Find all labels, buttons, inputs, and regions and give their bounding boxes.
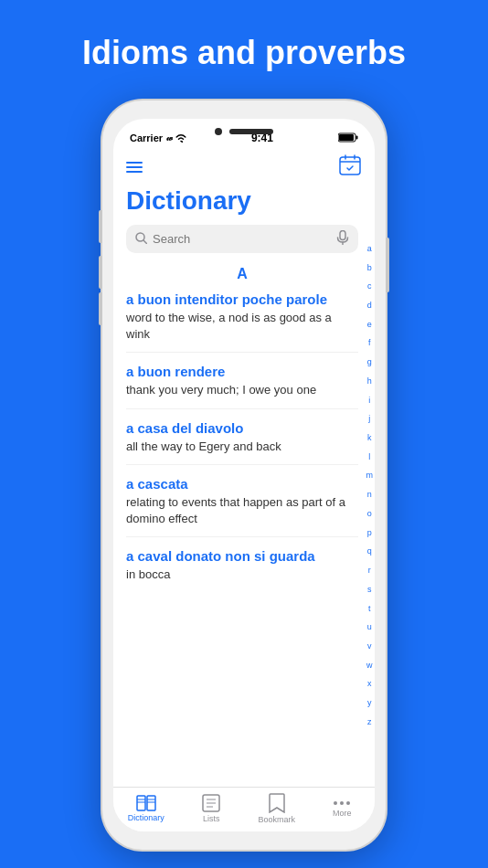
svg-point-22 <box>340 801 344 805</box>
tab-more[interactable]: More <box>310 799 376 818</box>
alpha-letter-f[interactable]: f <box>368 339 371 347</box>
mic-icon[interactable] <box>336 230 349 248</box>
search-icon <box>135 232 147 247</box>
lists-icon <box>202 794 220 812</box>
search-bar[interactable] <box>126 225 358 253</box>
svg-rect-12 <box>147 796 155 810</box>
alpha-letter-z[interactable]: z <box>367 718 372 726</box>
alpha-letter-r[interactable]: r <box>368 566 371 575</box>
list-item[interactable]: a buon rendere thank you very much; I ow… <box>126 364 358 408</box>
nav-bar <box>113 148 375 185</box>
list-item[interactable]: a casa del diavolo all the way to Egery … <box>126 420 358 465</box>
speaker <box>229 129 273 134</box>
entry-phrase: a buon intenditor poche parole <box>126 291 358 307</box>
dictionary-icon <box>136 795 156 811</box>
alpha-letter-m[interactable]: m <box>366 471 374 480</box>
alpha-letter-v[interactable]: v <box>367 642 372 651</box>
svg-point-21 <box>334 801 337 805</box>
alpha-letter-j[interactable]: j <box>368 415 370 423</box>
entry-definition: all the way to Egery and back <box>126 439 358 455</box>
wifi-icon: 𝓌 <box>166 132 186 143</box>
lists-label: Lists <box>203 814 220 823</box>
phone-screen: Carrier 𝓌 9:41 <box>113 119 375 831</box>
alpha-letter-e[interactable]: e <box>367 321 372 329</box>
bookmark-icon <box>269 793 285 813</box>
tab-bar: Dictionary Lists Bookmark More <box>113 787 375 831</box>
svg-rect-9 <box>340 231 345 240</box>
svg-rect-1 <box>355 135 357 139</box>
phone-shell: Carrier 𝓌 9:41 <box>102 101 386 850</box>
svg-rect-3 <box>340 157 360 175</box>
more-label: More <box>333 809 352 818</box>
content-scroll[interactable]: Dictionary <box>113 185 375 787</box>
alpha-letter-c[interactable]: c <box>367 282 372 291</box>
menu-icon[interactable] <box>126 162 143 173</box>
alpha-letter-b[interactable]: b <box>367 264 372 272</box>
alpha-letter-i[interactable]: i <box>368 397 370 405</box>
entry-phrase: a buon rendere <box>126 364 358 379</box>
alpha-letter-o[interactable]: o <box>367 510 372 518</box>
svg-line-8 <box>143 240 147 244</box>
alpha-letter-s[interactable]: s <box>367 586 372 594</box>
alpha-letter-t[interactable]: t <box>368 605 371 613</box>
entry-phrase: a cascata <box>126 476 358 492</box>
alpha-letter-g[interactable]: g <box>367 358 372 366</box>
alpha-letter-k[interactable]: k <box>367 434 372 442</box>
entry-definition: word to the wise, a nod is as good as a … <box>126 310 358 343</box>
tab-dictionary[interactable]: Dictionary <box>113 795 179 822</box>
alpha-letter-x[interactable]: x <box>367 680 372 688</box>
alpha-letter-y[interactable]: y <box>367 699 372 707</box>
alphabet-sidebar: abcdefghijklmnopqrstuvwxyz <box>366 239 374 732</box>
alpha-letter-u[interactable]: u <box>367 623 372 631</box>
bookmark-label: Bookmark <box>258 815 295 824</box>
alpha-letter-a[interactable]: a <box>367 245 372 253</box>
camera-icon <box>215 128 222 135</box>
dictionary-title: Dictionary <box>126 186 358 216</box>
dictionary-label: Dictionary <box>128 813 164 822</box>
svg-rect-11 <box>137 796 145 810</box>
search-input[interactable] <box>153 232 331 246</box>
content-area: abcdefghijklmnopqrstuvwxyz Dictionary <box>113 185 375 787</box>
entry-phrase: a casa del diavolo <box>126 420 358 436</box>
list-item[interactable]: a buon intenditor poche parole word to t… <box>126 291 358 353</box>
more-icon <box>333 799 351 807</box>
list-item[interactable]: a caval donato non si guarda in bocca <box>126 548 358 592</box>
entry-phrase: a caval donato non si guarda <box>126 548 358 564</box>
battery-icon <box>338 132 358 144</box>
phone-notch <box>215 128 273 135</box>
alpha-letter-w[interactable]: w <box>366 662 373 670</box>
calendar-icon[interactable] <box>338 153 362 181</box>
alpha-letter-d[interactable]: d <box>367 302 372 310</box>
alpha-letter-p[interactable]: p <box>367 529 372 537</box>
section-letter: A <box>126 266 358 282</box>
tab-bookmark[interactable]: Bookmark <box>244 793 310 824</box>
entry-definition: relating to events that happen as part o… <box>126 494 358 527</box>
svg-rect-2 <box>339 134 354 141</box>
carrier-text: Carrier 𝓌 <box>130 132 186 143</box>
entry-definition: thank you very much; I owe you one <box>126 382 358 398</box>
entries-list: a buon intenditor poche parole word to t… <box>126 291 358 592</box>
entry-definition: in bocca <box>126 566 358 583</box>
alpha-letter-q[interactable]: q <box>367 547 372 556</box>
alpha-letter-h[interactable]: h <box>367 377 372 386</box>
svg-point-23 <box>346 801 350 805</box>
page-heading: Idioms and proverbs <box>0 34 488 72</box>
list-item[interactable]: a cascata relating to events that happen… <box>126 476 358 537</box>
alpha-letter-l[interactable]: l <box>368 453 370 461</box>
alpha-letter-n[interactable]: n <box>367 491 372 499</box>
tab-lists[interactable]: Lists <box>179 794 245 823</box>
